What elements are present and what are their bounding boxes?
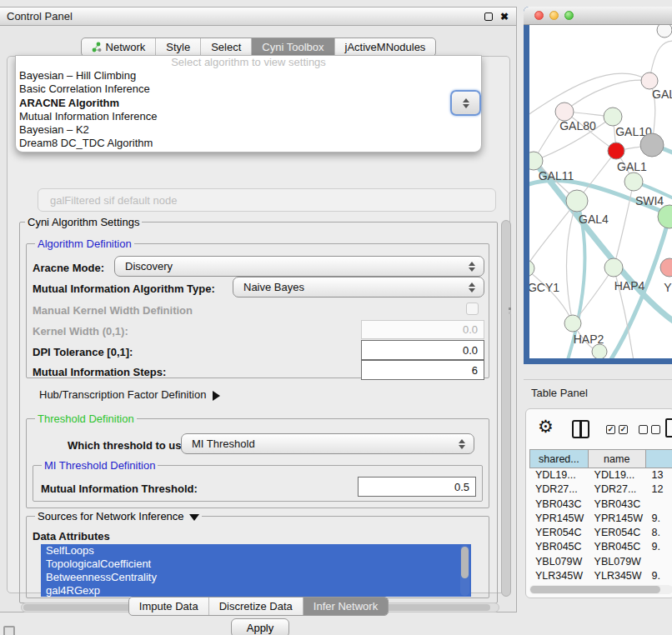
table-cell: YBR045C (529, 540, 589, 554)
mi-type-select[interactable]: Naive Bayes (233, 277, 484, 298)
which-threshold-select[interactable]: MI Threshold (181, 433, 474, 454)
tab-label: Select (211, 41, 241, 53)
network-node-gcy1[interactable] (529, 260, 534, 277)
network-node[interactable] (592, 344, 607, 358)
bottom-tab-infer-network[interactable]: Infer Network (303, 598, 388, 615)
column-header[interactable]: shared... (529, 449, 589, 468)
network-node-hap2[interactable] (564, 315, 581, 332)
table-row[interactable]: YDR27...YDR27...12 (529, 482, 672, 497)
network-node-gal4[interactable] (566, 190, 588, 212)
table-row[interactable]: YPR145WYPR145W9. (529, 512, 672, 526)
network-node[interactable] (657, 25, 672, 38)
column-header[interactable] (646, 449, 672, 468)
dpi-tolerance-label: DPI Tolerance [0,1]: (33, 346, 133, 358)
node-label: GAL (652, 88, 672, 101)
minimize-window-icon[interactable] (549, 11, 559, 20)
network-graph[interactable]: GALGAL80GAL10GAL1SWI4GAL11GAL4GCY1HAP4YH… (529, 25, 672, 358)
network-node[interactable] (640, 133, 664, 157)
tab-select[interactable]: Select (201, 38, 252, 56)
network-node-gal10[interactable] (604, 108, 622, 126)
attribute-list-scrollbar[interactable] (460, 545, 469, 596)
bottom-tab-impute-data[interactable]: Impute Data (129, 598, 209, 615)
panel-splitter-handle[interactable] (509, 308, 512, 315)
network-edge (566, 201, 577, 323)
table-cell (645, 555, 672, 569)
tab-style[interactable]: Style (156, 38, 201, 56)
cyni-settings-title: Cyni Algorithm Settings (25, 216, 142, 228)
apply-button[interactable]: Apply (231, 618, 289, 635)
attribute-item[interactable]: BetweennessCentrality (41, 571, 471, 584)
attribute-item[interactable]: SelfLoops (41, 544, 471, 558)
data-attributes-list[interactable]: SelfLoopsTopologicalCoefficientBetweenne… (41, 544, 471, 597)
table-row[interactable]: YBR043CYBR043C (529, 498, 672, 512)
table-cell: YLR345W (589, 569, 646, 583)
close-window-icon[interactable] (534, 11, 544, 20)
float-panel-icon[interactable] (484, 12, 493, 21)
algorithm-dropdown-placeholder: Select algorithm to view settings (16, 56, 481, 69)
algorithm-option[interactable]: Dream8 DC_TDC Algorithm (16, 137, 481, 150)
table-row[interactable]: YBL079WYBL079W (529, 555, 672, 569)
aracne-mode-select[interactable]: Discovery (114, 256, 484, 277)
hub-definition-label: Hub/Transcription Factor Definition (39, 388, 206, 401)
tab-cyni-toolbox[interactable]: Cyni Toolbox (252, 38, 334, 56)
algorithm-option[interactable]: Mutual Information Inference (16, 110, 481, 123)
algorithm-option[interactable]: Bayesian – K2 (16, 123, 481, 137)
table-row[interactable]: YDL19...YDL19...13 (529, 468, 672, 482)
network-edge (564, 80, 649, 112)
algorithm-option[interactable]: Basic Correlation Inference (16, 82, 481, 96)
table-cell: YBL079W (529, 555, 589, 569)
top-tab-bar: NetworkStyleSelectCyni ToolboxjActiveMNo… (0, 38, 517, 57)
hide-columns-icon[interactable] (639, 425, 660, 434)
export-table-icon[interactable] (665, 418, 672, 438)
tab-network[interactable]: Network (82, 38, 157, 56)
show-columns-icon[interactable]: ✓✓ (606, 425, 628, 434)
network-node-gal1[interactable] (608, 142, 624, 159)
bottom-tab-discretize-data[interactable]: Discretize Data (209, 598, 303, 615)
mi-type-value: Naive Bayes (243, 281, 304, 293)
spinner-arrows-icon (469, 262, 475, 272)
algorithm-option[interactable]: Bayesian – Hill Climbing (16, 69, 481, 82)
close-panel-icon[interactable]: ✖ (500, 11, 509, 22)
tab-jactivemnodules[interactable]: jActiveMNodules (335, 38, 436, 56)
network-node-gal[interactable] (641, 72, 658, 89)
table-row[interactable]: YER054CYER054C8. (529, 526, 672, 540)
app-root: Control Panel ✖ NetworkStyleSelectCyni T… (0, 0, 672, 635)
column-header[interactable]: name (589, 449, 646, 468)
network-canvas[interactable]: GALGAL80GAL10GAL1SWI4GAL11GAL4GCY1HAP4YH… (529, 25, 672, 358)
manual-kernel-checkbox[interactable] (466, 302, 479, 315)
dpi-tolerance-field[interactable]: 0.0 (361, 340, 484, 360)
attribute-item[interactable]: gal4RGexp (41, 584, 471, 597)
table-row[interactable]: YBR045CYBR045C9. (529, 540, 672, 554)
table-cell: YPR145W (529, 512, 589, 526)
control-panel-window: Control Panel ✖ NetworkStyleSelectCyni T… (0, 7, 517, 612)
focused-combo-fragment[interactable] (450, 90, 481, 116)
table-horizontal-scrollbar[interactable] (529, 585, 672, 594)
table-cell: YDL19... (589, 468, 646, 482)
bottom-tab-label: Infer Network (313, 600, 378, 612)
network-table-combo[interactable]: galFiltered sif default node (38, 188, 496, 212)
table-cell: YBL079W (589, 555, 646, 569)
algorithm-option[interactable]: ARACNE Algorithm (16, 97, 481, 110)
table-panel: ⚙ ✓✓ shared...name YDL19...YDL19...13YDR… (525, 408, 672, 598)
settings-vertical-scrollbar[interactable] (500, 217, 512, 603)
sources-group-title[interactable]: Sources for Network Inference (35, 510, 202, 522)
algorithm-definition-title: Algorithm Definition (35, 238, 134, 250)
table-settings-gear-icon[interactable]: ⚙ (538, 418, 554, 435)
table-cell (645, 498, 672, 512)
network-node-gal80[interactable] (555, 102, 574, 121)
table-cell: YPR145W (589, 512, 646, 526)
network-icon (92, 42, 102, 52)
hub-definition-toggle[interactable]: Hub/Transcription Factor Definition (39, 388, 220, 401)
table-row[interactable]: YLR345WYLR345W9. (529, 569, 672, 583)
mi-threshold-field[interactable]: 0.5 (358, 477, 476, 497)
zoom-window-icon[interactable] (564, 11, 574, 20)
node-label: GCY1 (529, 281, 559, 294)
network-node-y[interactable] (660, 258, 672, 277)
attribute-item[interactable]: TopologicalCoefficient (41, 558, 471, 571)
collapsed-arrow-icon (213, 391, 220, 401)
mi-steps-field[interactable]: 6 (361, 360, 484, 380)
table-cell: YLR345W (529, 569, 589, 583)
network-node-swi4[interactable] (624, 172, 643, 191)
split-columns-icon[interactable] (572, 420, 589, 438)
network-node-hap4[interactable] (604, 258, 623, 277)
